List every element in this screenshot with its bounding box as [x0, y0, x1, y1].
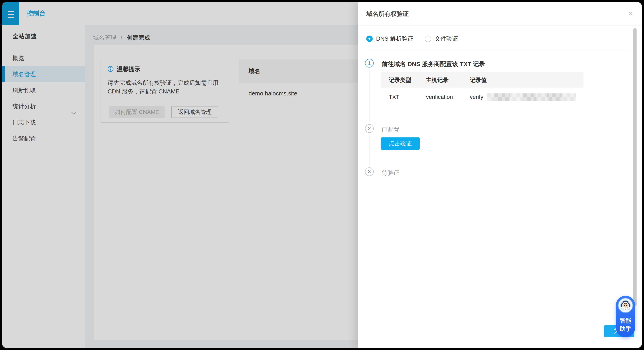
txt-record-table: 记录类型 主机记录 记录值 TXT verification verify_: [381, 72, 584, 106]
ai-assistant-widget[interactable]: AI 智能 助手: [616, 296, 635, 337]
step-3-title: 待验证: [382, 169, 399, 177]
radio-checked-icon: [366, 35, 373, 42]
console-window: 控制台 全站加速 概览 域名管理 刷新预取 统计分析 日志下载: [2, 2, 642, 348]
radio-file-verification[interactable]: 文件验证: [425, 35, 458, 43]
verification-drawer: 域名所有权验证 × DNS 解析验证 文件验证 1 前往域名 DNS 服务商配置…: [358, 2, 642, 348]
redacted-value: [487, 93, 576, 101]
step-3-indicator: 3: [365, 167, 374, 176]
modal-overlay[interactable]: [2, 2, 358, 348]
step-2-indicator: 2: [365, 124, 374, 133]
step-1-title: 前往域名 DNS 服务商配置该 TXT 记录: [382, 60, 485, 68]
step-1-indicator: 1: [365, 59, 374, 67]
scrollbar-thumb[interactable]: [633, 28, 636, 306]
record-type: TXT: [381, 94, 418, 100]
click-to-verify-button[interactable]: 点击验证: [381, 137, 420, 150]
drawer-header: 域名所有权验证 ×: [358, 2, 642, 26]
txt-record-table-header: 记录类型 主机记录 记录值: [381, 72, 584, 88]
radio-unchecked-icon: [425, 35, 431, 42]
step-2-title: 已配置: [382, 126, 399, 134]
close-icon[interactable]: ×: [628, 8, 633, 20]
record-host: verification: [418, 94, 462, 100]
verification-method-radios: DNS 解析验证 文件验证: [366, 35, 458, 43]
radio-dns-verification[interactable]: DNS 解析验证: [366, 35, 413, 43]
txt-record-table-row: TXT verification verify_: [381, 88, 584, 106]
ai-badge: AI: [625, 309, 626, 311]
step-connector: [369, 135, 370, 165]
drawer-title: 域名所有权验证: [366, 2, 409, 25]
drawer-divider: [366, 50, 630, 50]
assistant-label: 智能 助手: [616, 317, 635, 333]
record-value: verify_: [462, 93, 584, 101]
step-connector: [369, 69, 370, 122]
assistant-avatar: AI: [618, 298, 633, 313]
